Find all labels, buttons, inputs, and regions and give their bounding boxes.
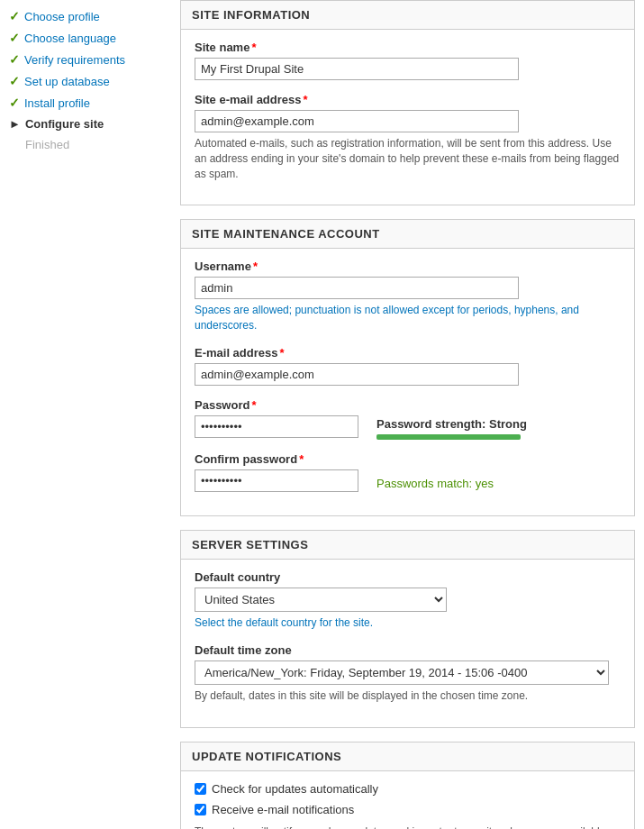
sidebar-item-choose-language[interactable]: ✓ Choose language	[9, 31, 162, 45]
match-text: Passwords match: yes	[376, 477, 494, 490]
password-input[interactable]	[195, 415, 358, 438]
required-marker: *	[251, 398, 256, 412]
strength-bar-container	[376, 434, 521, 440]
receive-email-label[interactable]: Receive e-mail notifications	[212, 803, 354, 816]
passwords-match-indicator: Passwords match: yes	[376, 469, 494, 490]
sidebar-link-install-profile[interactable]: Install profile	[24, 96, 90, 110]
required-marker: *	[299, 452, 304, 466]
username-input[interactable]	[195, 277, 519, 299]
maintenance-account-section: SITE MAINTENANCE ACCOUNT Username* Space…	[180, 219, 635, 516]
default-country-select[interactable]: United States	[195, 588, 447, 612]
site-email-label: Site e-mail address*	[195, 93, 621, 106]
checkmark-icon: ✓	[9, 74, 20, 88]
sidebar-label-configure-site: Configure site	[25, 117, 104, 131]
server-settings-title: SERVER SETTINGS	[181, 531, 634, 560]
default-timezone-label: Default time zone	[195, 643, 621, 657]
sidebar-link-choose-profile[interactable]: Choose profile	[24, 10, 100, 23]
password-strength-indicator: Password strength: Strong	[376, 415, 527, 440]
site-information-title: SITE INFORMATION	[181, 1, 634, 30]
site-name-label: Site name*	[195, 41, 621, 54]
sidebar-item-set-up-database[interactable]: ✓ Set up database	[9, 74, 162, 88]
checkmark-icon: ✓	[9, 31, 20, 45]
default-country-group: Default country United States Select the…	[195, 570, 621, 631]
required-marker: *	[251, 41, 256, 54]
strength-value: Strong	[489, 417, 527, 431]
site-name-group: Site name*	[195, 41, 621, 80]
account-email-input[interactable]	[195, 363, 519, 386]
sidebar: ✓ Choose profile ✓ Choose language ✓ Ver…	[0, 0, 171, 829]
sidebar-item-install-profile[interactable]: ✓ Install profile	[9, 96, 162, 110]
sidebar-link-set-up-database[interactable]: Set up database	[24, 75, 110, 88]
username-group: Username* Spaces are allowed; punctuatio…	[195, 260, 621, 333]
confirm-password-group: Confirm password* Passwords match: yes	[195, 452, 621, 492]
maintenance-account-title: SITE MAINTENANCE ACCOUNT	[181, 220, 634, 249]
site-information-section: SITE INFORMATION Site name* Site e-mail …	[180, 0, 635, 205]
receive-email-checkbox[interactable]	[195, 804, 206, 815]
match-value: yes	[476, 477, 494, 490]
strength-label-text: Password strength: Strong	[376, 417, 527, 431]
required-marker: *	[253, 260, 258, 273]
confirm-password-label: Confirm password*	[195, 452, 621, 466]
default-timezone-hint: By default, dates in this site will be d…	[195, 688, 621, 704]
receive-email-row: Receive e-mail notifications	[195, 803, 621, 816]
required-marker: *	[280, 346, 285, 360]
checkmark-icon: ✓	[9, 52, 20, 67]
required-marker: *	[304, 93, 308, 106]
site-name-input[interactable]	[195, 58, 519, 80]
sidebar-item-configure-site: ► Configure site	[9, 117, 162, 131]
update-notifications-title: UPDATE NOTIFICATIONS	[181, 742, 634, 771]
default-timezone-select[interactable]: America/New_York: Friday, September 19, …	[195, 660, 609, 685]
password-label: Password*	[195, 398, 621, 412]
site-email-hint: Automated e-mails, such as registration …	[195, 136, 621, 181]
account-email-group: E-mail address*	[195, 346, 621, 386]
server-settings-section: SERVER SETTINGS Default country United S…	[180, 530, 635, 728]
sidebar-link-choose-language[interactable]: Choose language	[24, 32, 116, 45]
username-hint: Spaces are allowed; punctuation is not a…	[195, 303, 621, 333]
confirm-password-input[interactable]	[195, 469, 358, 492]
main-content: SITE INFORMATION Site name* Site e-mail …	[171, 0, 644, 829]
site-email-group: Site e-mail address* Automated e-mails, …	[195, 93, 621, 181]
default-country-label: Default country	[195, 570, 621, 584]
account-email-label: E-mail address*	[195, 346, 621, 360]
arrow-icon: ►	[9, 117, 21, 131]
check-updates-checkbox[interactable]	[195, 783, 206, 795]
update-notification-hint: The system will notify you when updates …	[195, 824, 621, 829]
check-updates-label[interactable]: Check for updates automatically	[212, 782, 378, 796]
sidebar-item-choose-profile[interactable]: ✓ Choose profile	[9, 9, 162, 23]
strength-bar-fill	[376, 434, 521, 440]
username-label: Username*	[195, 260, 621, 273]
default-country-hint: Select the default country for the site.	[195, 615, 621, 631]
sidebar-item-verify-requirements[interactable]: ✓ Verify requirements	[9, 52, 162, 67]
sidebar-item-finished: Finished	[9, 138, 162, 151]
checkmark-icon: ✓	[9, 96, 20, 110]
check-updates-row: Check for updates automatically	[195, 782, 621, 796]
password-group: Password* Password strength: Strong	[195, 398, 621, 440]
sidebar-link-verify-requirements[interactable]: Verify requirements	[24, 53, 125, 67]
site-email-input[interactable]	[195, 110, 519, 132]
update-notifications-section: UPDATE NOTIFICATIONS Check for updates a…	[180, 742, 635, 829]
default-timezone-group: Default time zone America/New_York: Frid…	[195, 643, 621, 704]
checkmark-icon: ✓	[9, 9, 20, 23]
sidebar-label-finished: Finished	[25, 138, 69, 151]
